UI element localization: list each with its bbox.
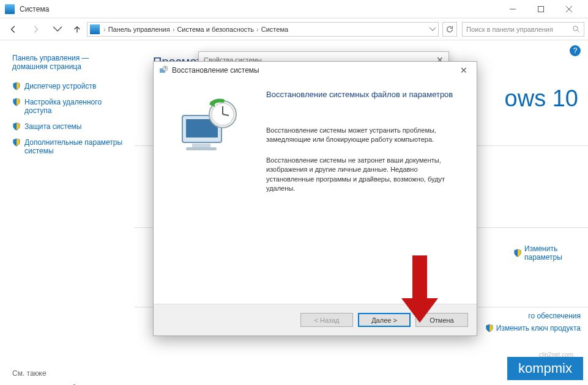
chevron-down-icon[interactable] (430, 28, 436, 31)
breadcrumb-item[interactable]: Система и безопасность (174, 26, 256, 33)
shield-icon (12, 82, 21, 90)
svg-line-5 (578, 30, 579, 32)
svg-rect-10 (192, 144, 210, 147)
restore-icon (158, 65, 168, 75)
sidebar-item-label: Диспетчер устройств (24, 82, 96, 90)
recent-dropdown[interactable] (48, 21, 67, 38)
dialog-p2: Восстановление системы не затронет ваши … (266, 156, 461, 194)
sidebar-item-label: Дополнительные параметры системы (24, 138, 126, 155)
dialog-illustration (169, 90, 255, 304)
breadcrumb-item[interactable]: Панель управления (106, 26, 173, 33)
search-placeholder: Поиск в панели управления (466, 26, 553, 33)
sidebar-item-system-protection[interactable]: Защита системы (12, 122, 126, 131)
back-button[interactable] (4, 21, 23, 38)
dialog-titlebar: Восстановление системы ✕ (154, 62, 477, 79)
minimize-button[interactable] (499, 0, 527, 18)
location-icon (90, 24, 100, 34)
maximize-button[interactable] (527, 0, 555, 18)
cancel-button[interactable]: Отмена (415, 313, 468, 327)
up-button[interactable] (70, 21, 84, 38)
forward-button[interactable] (26, 21, 45, 38)
sidebar-item-device-manager[interactable]: Диспетчер устройств (12, 82, 126, 90)
shield-icon (12, 122, 21, 131)
kompmix-watermark: kompmix (507, 357, 583, 380)
close-button[interactable] (555, 0, 583, 18)
search-input[interactable]: Поиск в панели управления (462, 22, 584, 37)
sidebar-item-remote-settings[interactable]: Настройка удаленного доступа (12, 98, 126, 115)
see-also-label: См. также (12, 369, 126, 378)
dialog-title-text: Восстановление системы (172, 66, 456, 75)
app-icon (5, 4, 15, 14)
link-label: Изменить ключ продукта (496, 324, 581, 332)
svg-rect-1 (538, 6, 544, 12)
breadcrumb-item[interactable]: Система (259, 26, 291, 33)
search-icon (573, 26, 580, 33)
dialog-footer: < Назад Далее > Отмена (154, 304, 477, 336)
shield-icon (513, 249, 522, 257)
sidebar-item-advanced-settings[interactable]: Дополнительные параметры системы (12, 138, 126, 155)
sidebar: Панель управления — домашняя страница Ди… (0, 40, 135, 385)
computer-clock-icon (179, 97, 246, 158)
svg-rect-11 (186, 147, 217, 150)
link-label: Изменить параметры (524, 244, 573, 262)
sidebar-item-label: Настройка удаленного доступа (24, 98, 126, 115)
close-button[interactable]: ✕ (456, 65, 472, 75)
software-link[interactable]: го обеспечения (528, 312, 581, 320)
windows-10-label: ows 10 (505, 86, 578, 112)
back-button: < Назад (300, 313, 353, 327)
shield-icon (12, 98, 21, 106)
shield-icon (485, 324, 494, 332)
refresh-button[interactable] (442, 22, 457, 37)
dialog-heading: Восстановление системных файлов и параме… (266, 90, 461, 99)
sidebar-home-link[interactable]: Панель управления — домашняя страница (12, 54, 126, 71)
system-restore-dialog: Восстановление системы ✕ Восстановление … (153, 61, 477, 336)
window-titlebar: Система (0, 0, 588, 18)
change-settings-link[interactable]: Изменить параметры (513, 244, 573, 262)
dialog-p1: Восстановление системы может устранить п… (266, 126, 461, 145)
window-controls (499, 0, 583, 18)
dialog-text: Восстановление системных файлов и параме… (266, 90, 461, 304)
toolbar: › Панель управления › Система и безопасн… (0, 18, 588, 40)
dialog-body: Восстановление системных файлов и параме… (154, 79, 477, 304)
change-key-link[interactable]: Изменить ключ продукта (485, 324, 581, 332)
window-title: Система (20, 5, 499, 13)
svg-point-4 (573, 26, 578, 31)
sidebar-item-label: Защита системы (24, 122, 81, 131)
next-button[interactable]: Далее > (358, 313, 411, 327)
shield-icon (12, 138, 21, 147)
address-bar[interactable]: › Панель управления › Система и безопасн… (87, 22, 439, 37)
